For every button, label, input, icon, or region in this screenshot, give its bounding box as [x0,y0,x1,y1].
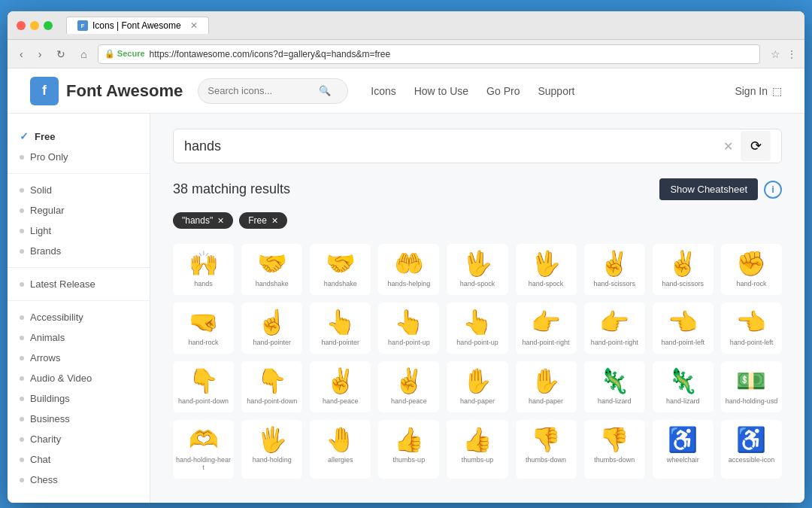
sidebar-item-chess[interactable]: Chess [8,470,150,490]
header-search-bar[interactable]: 🔍 [198,78,348,104]
icon-item[interactable]: ♿accessible-icon [721,420,782,479]
logo[interactable]: f Font Awesome [30,77,183,105]
icon-item[interactable]: 👍thumbs-up [378,420,439,479]
icon-item[interactable]: ✊hand-rock [721,244,782,295]
address-bar[interactable]: 🔒 Secure https://fontawesome.com/icons?d… [98,44,760,64]
sidebar-item-charity[interactable]: Charity [8,429,150,449]
icon-item[interactable]: 👇hand-point-down [173,361,234,412]
icon-item[interactable]: 🫶hand-holding-heart [173,420,234,479]
icon-item[interactable]: 👆hand-point-up [378,303,439,354]
search-input-area[interactable]: ✕ ⟳ [173,129,782,163]
sidebar-item-audio-video[interactable]: Audio & Video [8,368,150,388]
icon-item[interactable]: ✌hand-scissors [584,244,645,295]
icon-item[interactable]: 👆hand-pointer [310,303,371,354]
sidebar-item-regular[interactable]: Regular [8,200,150,221]
icon-item[interactable]: 👉hand-point-right [516,303,577,354]
icon-label: hand-point-down [178,397,229,405]
browser-menu-btn[interactable]: ⋮ [786,48,797,60]
icon-glyph: 👇 [189,369,219,393]
icon-item[interactable]: ✋hand-paper [447,361,508,412]
icon-item[interactable]: 👎thumbs-down [516,420,577,479]
sidebar-item-chat[interactable]: Chat [8,449,150,470]
home-btn[interactable]: ⌂ [76,45,91,63]
tag-free-close[interactable]: ✕ [271,216,278,226]
nav-icons[interactable]: Icons [371,85,395,97]
icon-item[interactable]: ☝hand-pointer [241,303,302,354]
maximize-window-btn[interactable] [44,21,53,30]
sidebar-item-buildings[interactable]: Buildings [8,388,150,409]
icon-item[interactable]: ✌hand-scissors [653,244,714,295]
tab-title: Icons | Font Awesome [92,20,181,31]
icon-item[interactable]: 🤝handshake [310,244,371,295]
sidebar-item-arrows[interactable]: Arrows [8,348,150,368]
icon-item[interactable]: 👈hand-point-left [653,303,714,354]
icon-item[interactable]: 🙌hands [173,244,234,295]
icon-label: hand-point-right [523,339,570,346]
back-btn[interactable]: ‹ [15,45,28,63]
icon-item[interactable]: 🦎hand-lizard [653,361,714,412]
nav-how-to-use[interactable]: How to Use [414,85,468,97]
sign-in-btn[interactable]: Sign In ⬚ [735,85,782,97]
icon-item[interactable]: 🤝handshake [241,244,302,295]
sidebar-item-business[interactable]: Business [8,409,150,429]
tag-hands-close[interactable]: ✕ [217,216,224,226]
show-cheatsheet-btn[interactable]: Show Cheatsheet [659,178,758,200]
sidebar-item-brands[interactable]: Brands [8,241,150,261]
secure-badge: 🔒 Secure [105,49,145,59]
icon-item[interactable]: 👇hand-point-down [241,361,302,412]
header-search-input[interactable] [208,85,313,96]
icon-label: hand-paper [529,397,563,405]
sidebar-item-accessibility[interactable]: Accessibility [8,307,150,327]
icon-item[interactable]: 🖖hand-spock [516,244,577,295]
icon-item[interactable]: 👆hand-point-up [447,303,508,354]
icon-item[interactable]: 👈hand-point-left [721,303,782,354]
nav-go-pro[interactable]: Go Pro [486,85,520,97]
icon-item[interactable]: 🦎hand-lizard [584,361,645,412]
sidebar-item-free[interactable]: ✓ Free [8,126,150,147]
icon-item[interactable]: ✌hand-peace [378,361,439,412]
reload-btn[interactable]: ↻ [52,45,70,63]
tab-close-btn[interactable]: ✕ [190,20,198,31]
icon-item[interactable]: 🤜hand-rock [173,303,234,354]
clear-search-btn[interactable]: ✕ [723,139,733,154]
icon-item[interactable]: 🤚allergies [310,420,371,479]
tag-free[interactable]: Free ✕ [239,212,287,229]
icon-label: hand-point-right [591,339,638,346]
minimize-window-btn[interactable] [30,21,39,30]
browser-tab[interactable]: F Icons | Font Awesome ✕ [66,17,209,34]
icon-item[interactable]: 👍thumbs-up [447,420,508,479]
icon-glyph: 🖖 [531,251,561,275]
icon-item[interactable]: 🤲hands-helping [378,244,439,295]
icon-label: hand-point-left [730,339,774,346]
nav-support[interactable]: Support [538,85,574,97]
icon-glyph: ☝ [257,310,287,334]
dot-icon [20,208,24,213]
forward-btn[interactable]: › [34,45,47,63]
search-input[interactable] [184,138,723,154]
close-window-btn[interactable] [17,21,26,30]
bookmark-btn[interactable]: ☆ [771,48,780,60]
sidebar-item-light[interactable]: Light [8,221,150,241]
icon-glyph: 🤲 [394,251,424,275]
sidebar-chess-label: Chess [30,474,58,485]
icon-item[interactable]: 👉hand-point-right [584,303,645,354]
sidebar-item-solid[interactable]: Solid [8,180,150,200]
sidebar-item-pro-only[interactable]: Pro Only [8,147,150,167]
tag-hands[interactable]: "hands" ✕ [173,212,233,229]
icon-label: thumbs-up [393,456,426,464]
icon-glyph: 👎 [531,427,561,452]
icon-item[interactable]: 🖖hand-spock [447,244,508,295]
icon-glyph: 🖐 [257,427,287,452]
icon-item[interactable]: 🖐hand-holding [241,420,302,479]
sidebar-item-latest-release[interactable]: Latest Release [8,274,150,294]
icon-item[interactable]: 💵hand-holding-usd [721,361,782,412]
info-btn[interactable]: i [764,181,782,199]
icon-glyph: ✌ [394,369,424,393]
icon-glyph: ♿ [668,427,698,452]
icon-item[interactable]: ✋hand-paper [516,361,577,412]
sidebar-item-animals[interactable]: Animals [8,327,150,348]
icon-item[interactable]: 👎thumbs-down [584,420,645,479]
icon-item[interactable]: ✌hand-peace [310,361,371,412]
icon-item[interactable]: ♿wheelchair [653,420,714,479]
sidebar-chat-label: Chat [30,454,50,465]
